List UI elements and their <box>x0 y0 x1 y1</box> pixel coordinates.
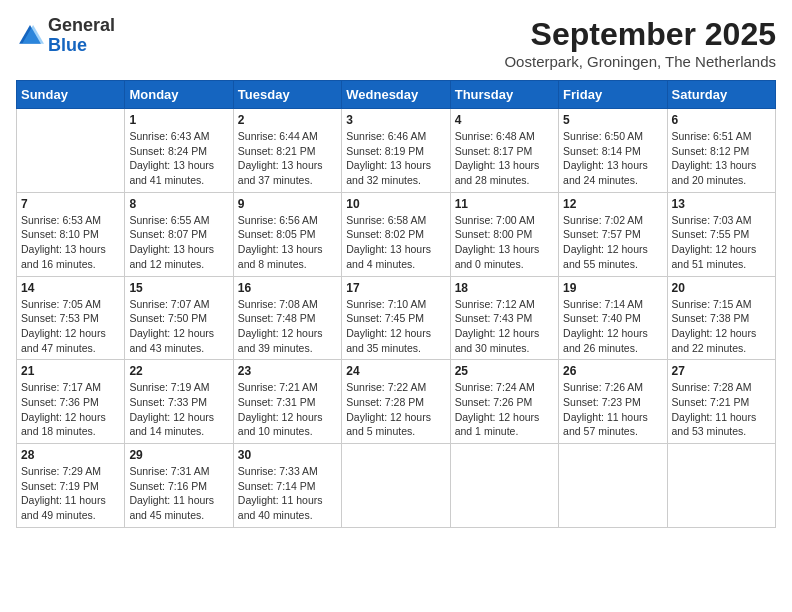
col-header-thursday: Thursday <box>450 81 558 109</box>
calendar-cell <box>342 444 450 528</box>
calendar-cell: 6Sunrise: 6:51 AM Sunset: 8:12 PM Daylig… <box>667 109 775 193</box>
calendar-cell: 11Sunrise: 7:00 AM Sunset: 8:00 PM Dayli… <box>450 192 558 276</box>
calendar-cell: 4Sunrise: 6:48 AM Sunset: 8:17 PM Daylig… <box>450 109 558 193</box>
day-number: 4 <box>455 113 554 127</box>
day-info: Sunrise: 7:02 AM Sunset: 7:57 PM Dayligh… <box>563 213 662 272</box>
day-number: 14 <box>21 281 120 295</box>
day-number: 9 <box>238 197 337 211</box>
calendar-cell: 27Sunrise: 7:28 AM Sunset: 7:21 PM Dayli… <box>667 360 775 444</box>
day-info: Sunrise: 6:56 AM Sunset: 8:05 PM Dayligh… <box>238 213 337 272</box>
calendar-week-5: 28Sunrise: 7:29 AM Sunset: 7:19 PM Dayli… <box>17 444 776 528</box>
day-number: 18 <box>455 281 554 295</box>
calendar-cell: 5Sunrise: 6:50 AM Sunset: 8:14 PM Daylig… <box>559 109 667 193</box>
calendar-cell <box>17 109 125 193</box>
calendar-cell: 18Sunrise: 7:12 AM Sunset: 7:43 PM Dayli… <box>450 276 558 360</box>
calendar-cell: 12Sunrise: 7:02 AM Sunset: 7:57 PM Dayli… <box>559 192 667 276</box>
calendar-cell: 8Sunrise: 6:55 AM Sunset: 8:07 PM Daylig… <box>125 192 233 276</box>
calendar-week-4: 21Sunrise: 7:17 AM Sunset: 7:36 PM Dayli… <box>17 360 776 444</box>
logo-icon <box>16 22 44 50</box>
calendar-cell: 1Sunrise: 6:43 AM Sunset: 8:24 PM Daylig… <box>125 109 233 193</box>
calendar-cell: 16Sunrise: 7:08 AM Sunset: 7:48 PM Dayli… <box>233 276 341 360</box>
day-number: 2 <box>238 113 337 127</box>
day-number: 27 <box>672 364 771 378</box>
day-number: 16 <box>238 281 337 295</box>
page-header: General Blue September 2025 Oosterpark, … <box>16 16 776 70</box>
calendar-cell: 25Sunrise: 7:24 AM Sunset: 7:26 PM Dayli… <box>450 360 558 444</box>
day-number: 6 <box>672 113 771 127</box>
day-number: 10 <box>346 197 445 211</box>
day-info: Sunrise: 7:22 AM Sunset: 7:28 PM Dayligh… <box>346 380 445 439</box>
calendar-cell: 28Sunrise: 7:29 AM Sunset: 7:19 PM Dayli… <box>17 444 125 528</box>
day-info: Sunrise: 6:51 AM Sunset: 8:12 PM Dayligh… <box>672 129 771 188</box>
day-number: 20 <box>672 281 771 295</box>
day-info: Sunrise: 6:44 AM Sunset: 8:21 PM Dayligh… <box>238 129 337 188</box>
calendar-cell <box>450 444 558 528</box>
day-number: 29 <box>129 448 228 462</box>
day-info: Sunrise: 6:48 AM Sunset: 8:17 PM Dayligh… <box>455 129 554 188</box>
day-info: Sunrise: 7:31 AM Sunset: 7:16 PM Dayligh… <box>129 464 228 523</box>
day-info: Sunrise: 6:50 AM Sunset: 8:14 PM Dayligh… <box>563 129 662 188</box>
day-number: 12 <box>563 197 662 211</box>
day-info: Sunrise: 7:26 AM Sunset: 7:23 PM Dayligh… <box>563 380 662 439</box>
calendar-cell: 22Sunrise: 7:19 AM Sunset: 7:33 PM Dayli… <box>125 360 233 444</box>
day-info: Sunrise: 7:12 AM Sunset: 7:43 PM Dayligh… <box>455 297 554 356</box>
day-info: Sunrise: 7:33 AM Sunset: 7:14 PM Dayligh… <box>238 464 337 523</box>
calendar-cell: 19Sunrise: 7:14 AM Sunset: 7:40 PM Dayli… <box>559 276 667 360</box>
col-header-sunday: Sunday <box>17 81 125 109</box>
day-number: 25 <box>455 364 554 378</box>
day-number: 19 <box>563 281 662 295</box>
day-number: 30 <box>238 448 337 462</box>
title-block: September 2025 Oosterpark, Groningen, Th… <box>504 16 776 70</box>
day-info: Sunrise: 7:00 AM Sunset: 8:00 PM Dayligh… <box>455 213 554 272</box>
day-number: 3 <box>346 113 445 127</box>
day-number: 17 <box>346 281 445 295</box>
calendar-cell <box>667 444 775 528</box>
day-number: 28 <box>21 448 120 462</box>
calendar-cell: 9Sunrise: 6:56 AM Sunset: 8:05 PM Daylig… <box>233 192 341 276</box>
calendar-cell: 26Sunrise: 7:26 AM Sunset: 7:23 PM Dayli… <box>559 360 667 444</box>
calendar-cell: 23Sunrise: 7:21 AM Sunset: 7:31 PM Dayli… <box>233 360 341 444</box>
day-info: Sunrise: 7:03 AM Sunset: 7:55 PM Dayligh… <box>672 213 771 272</box>
calendar-cell: 7Sunrise: 6:53 AM Sunset: 8:10 PM Daylig… <box>17 192 125 276</box>
col-header-saturday: Saturday <box>667 81 775 109</box>
day-number: 1 <box>129 113 228 127</box>
col-header-wednesday: Wednesday <box>342 81 450 109</box>
calendar-cell: 10Sunrise: 6:58 AM Sunset: 8:02 PM Dayli… <box>342 192 450 276</box>
day-info: Sunrise: 6:43 AM Sunset: 8:24 PM Dayligh… <box>129 129 228 188</box>
calendar-cell: 24Sunrise: 7:22 AM Sunset: 7:28 PM Dayli… <box>342 360 450 444</box>
day-info: Sunrise: 7:05 AM Sunset: 7:53 PM Dayligh… <box>21 297 120 356</box>
day-info: Sunrise: 6:46 AM Sunset: 8:19 PM Dayligh… <box>346 129 445 188</box>
logo: General Blue <box>16 16 115 56</box>
col-header-tuesday: Tuesday <box>233 81 341 109</box>
calendar-table: SundayMondayTuesdayWednesdayThursdayFrid… <box>16 80 776 528</box>
logo-general: General <box>48 15 115 35</box>
calendar-week-3: 14Sunrise: 7:05 AM Sunset: 7:53 PM Dayli… <box>17 276 776 360</box>
calendar-cell: 30Sunrise: 7:33 AM Sunset: 7:14 PM Dayli… <box>233 444 341 528</box>
col-header-monday: Monday <box>125 81 233 109</box>
day-number: 13 <box>672 197 771 211</box>
calendar-cell: 20Sunrise: 7:15 AM Sunset: 7:38 PM Dayli… <box>667 276 775 360</box>
day-info: Sunrise: 7:29 AM Sunset: 7:19 PM Dayligh… <box>21 464 120 523</box>
calendar-cell: 14Sunrise: 7:05 AM Sunset: 7:53 PM Dayli… <box>17 276 125 360</box>
day-info: Sunrise: 7:24 AM Sunset: 7:26 PM Dayligh… <box>455 380 554 439</box>
day-number: 8 <box>129 197 228 211</box>
logo-text: General Blue <box>48 16 115 56</box>
day-info: Sunrise: 7:17 AM Sunset: 7:36 PM Dayligh… <box>21 380 120 439</box>
day-info: Sunrise: 6:53 AM Sunset: 8:10 PM Dayligh… <box>21 213 120 272</box>
day-info: Sunrise: 7:28 AM Sunset: 7:21 PM Dayligh… <box>672 380 771 439</box>
day-number: 5 <box>563 113 662 127</box>
calendar-cell: 13Sunrise: 7:03 AM Sunset: 7:55 PM Dayli… <box>667 192 775 276</box>
day-info: Sunrise: 7:21 AM Sunset: 7:31 PM Dayligh… <box>238 380 337 439</box>
day-number: 24 <box>346 364 445 378</box>
day-number: 22 <box>129 364 228 378</box>
day-number: 7 <box>21 197 120 211</box>
calendar-cell: 3Sunrise: 6:46 AM Sunset: 8:19 PM Daylig… <box>342 109 450 193</box>
day-number: 26 <box>563 364 662 378</box>
calendar-cell <box>559 444 667 528</box>
day-number: 23 <box>238 364 337 378</box>
day-info: Sunrise: 7:07 AM Sunset: 7:50 PM Dayligh… <box>129 297 228 356</box>
col-header-friday: Friday <box>559 81 667 109</box>
calendar-cell: 2Sunrise: 6:44 AM Sunset: 8:21 PM Daylig… <box>233 109 341 193</box>
day-info: Sunrise: 7:10 AM Sunset: 7:45 PM Dayligh… <box>346 297 445 356</box>
day-number: 11 <box>455 197 554 211</box>
